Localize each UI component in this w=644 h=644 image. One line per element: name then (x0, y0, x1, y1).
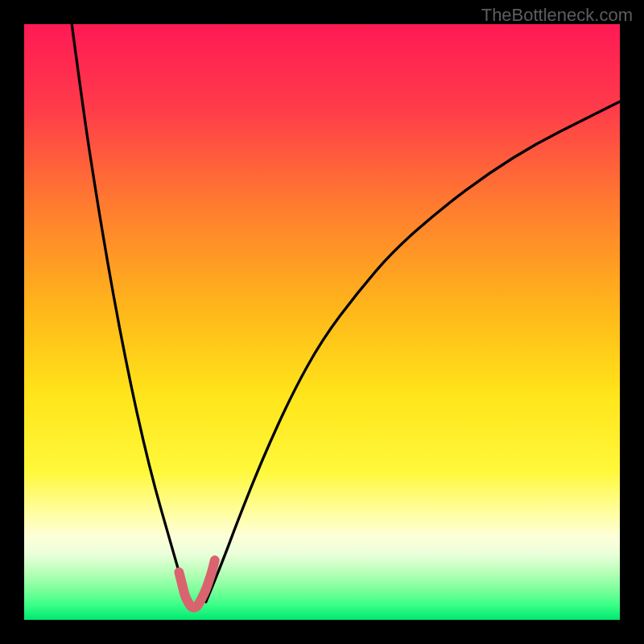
curve-right (206, 101, 620, 602)
plot-area (24, 24, 620, 620)
curve-left (72, 24, 188, 602)
curve-layer (24, 24, 620, 620)
watermark-text: TheBottleneck.com (481, 5, 633, 26)
trough-marker (179, 560, 214, 608)
chart-container: TheBottleneck.com (0, 0, 644, 644)
